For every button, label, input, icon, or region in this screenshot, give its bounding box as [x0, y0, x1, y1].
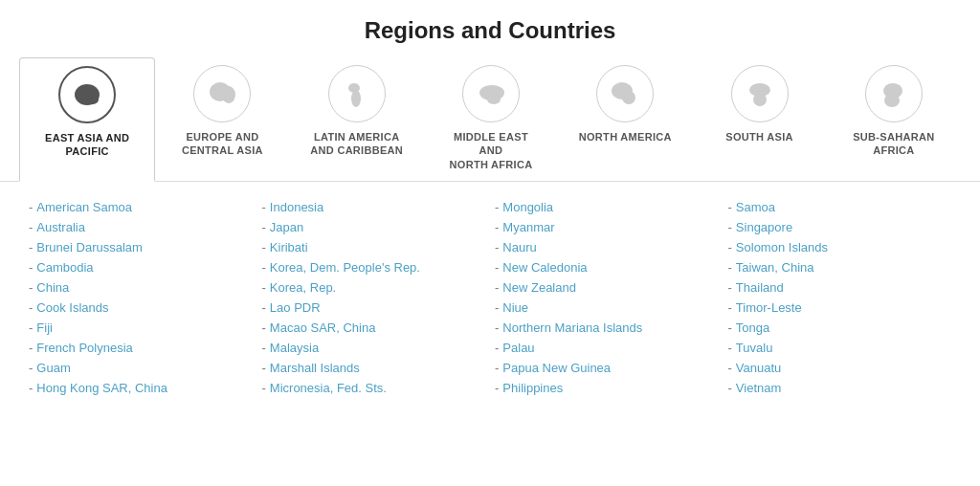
tab-label-na: NORTH AMERICA [579, 130, 672, 144]
country-link[interactable]: Indonesia [270, 200, 323, 214]
country-link[interactable]: Marshall Islands [270, 361, 360, 375]
tab-label-mena: MIDDLE EAST ANDNORTH AFRICA [441, 130, 541, 171]
country-link[interactable]: Cook Islands [36, 300, 108, 315]
svg-point-10 [487, 95, 501, 104]
list-item: Cambodia [29, 257, 253, 277]
country-link[interactable]: Japan [270, 220, 303, 234]
country-link[interactable]: Thailand [736, 280, 784, 295]
country-link[interactable]: Brunei Darussalam [36, 240, 143, 254]
country-link[interactable]: New Caledonia [502, 260, 587, 275]
list-item: Brunei Darussalam [29, 237, 253, 257]
country-link[interactable]: Solomon Islands [736, 240, 828, 254]
country-link[interactable]: Singapore [736, 220, 792, 234]
tab-north-america[interactable]: NORTH AMERICA [558, 57, 692, 181]
list-item: Kiribati [262, 237, 486, 257]
list-item: Mongolia [495, 197, 719, 217]
list-item: Palau [495, 338, 719, 358]
country-link[interactable]: Fiji [36, 320, 53, 335]
list-item: New Caledonia [495, 257, 719, 277]
list-item: Indonesia [262, 197, 486, 217]
country-link[interactable]: Lao PDR [270, 300, 321, 315]
tab-sub-saharan-africa[interactable]: SUB-SAHARANAFRICA [827, 57, 961, 181]
list-item: Taiwan, China [728, 257, 952, 277]
list-item: Vanuatu [728, 358, 952, 378]
list-item: New Zealand [495, 277, 719, 298]
country-link[interactable]: Macao SAR, China [270, 320, 376, 335]
tab-label-eca: EUROPE ANDCENTRAL ASIA [182, 130, 263, 158]
country-link[interactable]: New Zealand [502, 280, 576, 295]
country-link[interactable]: Samoa [736, 200, 775, 214]
list-item: Northern Mariana Islands [495, 318, 719, 338]
country-link[interactable]: Papua New Guinea [502, 361, 611, 375]
country-link[interactable]: Nauru [502, 240, 536, 254]
country-link[interactable]: Philippines [502, 381, 563, 395]
list-item: Samoa [728, 197, 952, 217]
country-link[interactable]: American Samoa [36, 200, 132, 214]
list-item: Tuvalu [728, 338, 952, 358]
list-item: Philippines [495, 378, 719, 398]
country-link[interactable]: Cambodia [36, 260, 93, 275]
list-item: American Samoa [29, 197, 253, 217]
tab-latin-america[interactable]: LATIN AMERICAAND CARIBBEAN [290, 57, 424, 181]
svg-point-16 [884, 94, 900, 107]
tab-icon-lac [328, 65, 386, 122]
country-link[interactable]: China [36, 280, 69, 295]
tab-east-asia-pacific[interactable]: EAST ASIA ANDPACIFIC [19, 57, 155, 182]
tab-icon-ssa [865, 65, 923, 122]
country-link[interactable]: Niue [502, 300, 528, 315]
countries-grid: American SamoaAustraliaBrunei Darussalam… [29, 197, 951, 398]
svg-point-14 [753, 93, 767, 106]
country-list-col4: SamoaSingaporeSolomon IslandsTaiwan, Chi… [728, 197, 952, 398]
tab-icon-mena [462, 65, 520, 122]
list-item: Australia [29, 217, 253, 237]
tab-icon-eap [58, 66, 116, 123]
country-link[interactable]: Tuvalu [736, 341, 773, 355]
country-link[interactable]: Hong Kong SAR, China [36, 381, 167, 395]
tab-label-ssa: SUB-SAHARANAFRICA [853, 130, 934, 158]
country-link[interactable]: Vanuatu [736, 361, 781, 375]
country-link[interactable]: Mongolia [502, 200, 553, 214]
country-link[interactable]: Micronesia, Fed. Sts. [270, 381, 387, 395]
list-item: Thailand [728, 277, 952, 298]
country-list-col1: American SamoaAustraliaBrunei Darussalam… [29, 197, 253, 398]
tab-label-lac: LATIN AMERICAAND CARIBBEAN [310, 130, 403, 158]
list-item: Cook Islands [29, 298, 253, 318]
country-link[interactable]: Tonga [736, 320, 769, 335]
svg-point-6 [213, 85, 219, 91]
country-link[interactable]: Palau [502, 341, 534, 355]
country-link[interactable]: Myanmar [502, 220, 554, 234]
page-title: Regions and Countries [0, 0, 980, 57]
country-link[interactable]: Australia [36, 220, 85, 234]
svg-point-8 [351, 90, 361, 107]
country-link[interactable]: Kiribati [270, 240, 308, 254]
tab-south-asia[interactable]: SOUTH ASIA [692, 57, 826, 181]
country-link[interactable]: Malaysia [270, 341, 319, 355]
region-tabs: EAST ASIA ANDPACIFIC EUROPE ANDCENTRAL A… [0, 57, 980, 182]
country-link[interactable]: Vietnam [736, 381, 781, 395]
tab-label-eap: EAST ASIA ANDPACIFIC [45, 131, 129, 159]
list-item: Timor-Leste [728, 298, 952, 318]
list-item: Korea, Rep. [262, 277, 486, 298]
list-item: Vietnam [728, 378, 952, 398]
country-link[interactable]: Timor-Leste [736, 300, 802, 315]
list-item: Guam [29, 358, 253, 378]
tab-icon-sa [731, 65, 789, 122]
tab-middle-east[interactable]: MIDDLE EAST ANDNORTH AFRICA [424, 57, 558, 181]
list-item: Fiji [29, 318, 253, 338]
country-link[interactable]: Guam [36, 361, 70, 375]
svg-point-2 [79, 86, 87, 94]
list-item: Myanmar [495, 217, 719, 237]
tab-europe-central-asia[interactable]: EUROPE ANDCENTRAL ASIA [155, 57, 289, 181]
tab-label-sa: SOUTH ASIA [725, 130, 792, 144]
list-item: Singapore [728, 217, 952, 237]
list-item: Marshall Islands [262, 358, 486, 378]
country-link[interactable]: Northern Mariana Islands [502, 320, 642, 335]
country-link[interactable]: Korea, Rep. [270, 280, 336, 295]
country-link[interactable]: French Polynesia [36, 341, 132, 355]
countries-section: American SamoaAustraliaBrunei Darussalam… [0, 182, 980, 417]
country-link[interactable]: Korea, Dem. People's Rep. [270, 260, 420, 275]
list-item: French Polynesia [29, 338, 253, 358]
list-item: Solomon Islands [728, 237, 952, 257]
country-link[interactable]: Taiwan, China [736, 260, 814, 275]
list-item: Malaysia [262, 338, 486, 358]
